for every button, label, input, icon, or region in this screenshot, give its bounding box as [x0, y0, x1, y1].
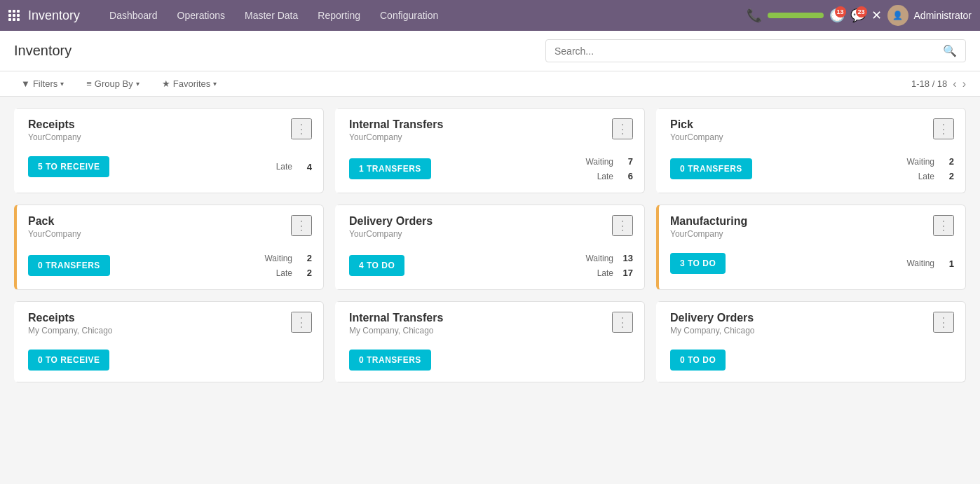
- stat-value: 6: [619, 171, 633, 181]
- filters-button[interactable]: ▼ Filters ▾: [14, 76, 71, 92]
- favorites-label: Favorites: [173, 78, 210, 89]
- card-menu-button[interactable]: ⋮: [291, 312, 312, 333]
- nav-dashboard[interactable]: Dashboard: [101, 6, 166, 25]
- stat-label: Late: [276, 162, 292, 172]
- card-card-manufacturing-1: Manufacturing YourCompany ⋮ 3 TO DO Wait…: [656, 205, 966, 290]
- card-title: Manufacturing: [670, 215, 747, 228]
- stat-label: Late: [597, 268, 613, 278]
- card-info: Manufacturing YourCompany: [670, 215, 747, 239]
- card-title: Pick: [670, 118, 723, 131]
- stat-row: Waiting 2: [906, 156, 954, 167]
- card-subtitle: YourCompany: [349, 132, 443, 142]
- pagination-info: 1-18 / 18 ‹ ›: [911, 78, 966, 90]
- card-header: Manufacturing YourCompany ⋮: [659, 205, 965, 246]
- card-action-button[interactable]: 0 TO RECEIVE: [28, 350, 109, 371]
- card-stats: Waiting 2 Late 2: [906, 156, 954, 181]
- search-bar[interactable]: 🔍: [545, 39, 966, 62]
- card-info: Receipts My Company, Chicago: [28, 312, 113, 336]
- stat-row: Waiting 1: [906, 258, 954, 269]
- card-action-button[interactable]: 0 TO DO: [670, 350, 726, 371]
- card-action-button[interactable]: 3 TO DO: [670, 253, 726, 274]
- stat-label: Waiting: [906, 157, 934, 167]
- prev-page-button[interactable]: ‹: [953, 78, 956, 90]
- app-title: Inventory: [28, 8, 80, 23]
- card-body: 0 TO RECEIVE: [17, 343, 323, 382]
- chat-icon-wrapper[interactable]: 💬 23: [850, 8, 866, 23]
- top-nav: Inventory Dashboard Operations Master Da…: [0, 0, 980, 31]
- card-body: 0 TRANSFERS Waiting 2 Late 2: [17, 246, 323, 289]
- card-card-internal-transfers-1: Internal Transfers YourCompany ⋮ 1 TRANS…: [335, 108, 645, 193]
- group-by-label: Group By: [95, 78, 133, 89]
- favorites-chevron: ▾: [213, 80, 217, 88]
- card-header: Delivery Orders YourCompany ⋮: [338, 205, 644, 246]
- card-action-button[interactable]: 4 TO DO: [349, 255, 404, 276]
- next-page-button[interactable]: ›: [962, 78, 966, 90]
- card-action-button[interactable]: 0 TRANSFERS: [28, 255, 110, 276]
- card-menu-button[interactable]: ⋮: [612, 312, 633, 333]
- card-card-receipts-1: Receipts YourCompany ⋮ 5 TO RECEIVE Late…: [14, 108, 324, 193]
- stat-label: Waiting: [585, 254, 613, 263]
- stat-label: Late: [918, 172, 934, 181]
- card-menu-button[interactable]: ⋮: [612, 215, 633, 236]
- nav-configuration[interactable]: Configuration: [372, 6, 447, 25]
- group-by-chevron: ▾: [136, 80, 139, 88]
- card-body: 3 TO DO Waiting 1: [659, 246, 965, 285]
- grid-menu-icon[interactable]: [8, 10, 20, 21]
- pagination-text: 1-18 / 18: [911, 78, 947, 89]
- nav-operations[interactable]: Operations: [169, 6, 233, 25]
- card-info: Delivery Orders YourCompany: [349, 215, 433, 239]
- card-body: 0 TRANSFERS: [338, 343, 644, 382]
- card-action-button[interactable]: 1 TRANSFERS: [349, 158, 431, 179]
- card-info: Receipts YourCompany: [28, 118, 81, 142]
- phone-icon[interactable]: 📞: [747, 8, 762, 23]
- nav-reporting[interactable]: Reporting: [309, 6, 369, 25]
- card-header: Internal Transfers YourCompany ⋮: [338, 109, 644, 149]
- stat-label: Late: [597, 172, 613, 181]
- card-action-button[interactable]: 5 TO RECEIVE: [28, 156, 109, 177]
- card-title: Internal Transfers: [349, 118, 443, 131]
- stat-row: Late 17: [585, 268, 633, 278]
- search-icon: 🔍: [943, 44, 957, 57]
- stat-row: Waiting 2: [264, 253, 312, 263]
- sub-header: Inventory 🔍: [0, 31, 980, 71]
- card-header: Internal Transfers My Company, Chicago ⋮: [338, 302, 644, 343]
- card-body: 5 TO RECEIVE Late 4: [17, 149, 323, 188]
- card-header: Delivery Orders My Company, Chicago ⋮: [659, 302, 965, 343]
- card-card-pick-1: Pick YourCompany ⋮ 0 TRANSFERS Waiting 2…: [656, 108, 966, 193]
- card-header: Receipts My Company, Chicago ⋮: [17, 302, 323, 343]
- stat-label: Waiting: [264, 254, 292, 263]
- nav-master-data[interactable]: Master Data: [236, 6, 306, 25]
- card-subtitle: My Company, Chicago: [670, 326, 755, 336]
- card-body: 0 TO DO: [659, 343, 965, 382]
- card-stats: Waiting 2 Late 2: [264, 253, 312, 278]
- stat-value: 2: [298, 268, 312, 278]
- card-subtitle: YourCompany: [349, 229, 433, 239]
- stat-label: Waiting: [585, 157, 613, 167]
- card-menu-button[interactable]: ⋮: [933, 215, 954, 236]
- card-card-delivery-orders-1: Delivery Orders YourCompany ⋮ 4 TO DO Wa…: [335, 205, 645, 290]
- card-title: Delivery Orders: [349, 215, 433, 228]
- group-by-button[interactable]: ≡ Group By ▾: [79, 76, 147, 92]
- card-menu-button[interactable]: ⋮: [933, 118, 954, 139]
- favorites-button[interactable]: ★ Favorites ▾: [155, 76, 224, 92]
- card-title: Receipts: [28, 312, 113, 324]
- card-subtitle: YourCompany: [670, 229, 747, 239]
- filter-toolbar: ▼ Filters ▾ ≡ Group By ▾ ★ Favorites ▾ 1…: [0, 71, 980, 97]
- activity-icon-wrapper[interactable]: 🕐 13: [829, 8, 845, 23]
- card-menu-button[interactable]: ⋮: [612, 118, 633, 139]
- card-menu-button[interactable]: ⋮: [933, 312, 954, 333]
- star-icon: ★: [162, 78, 170, 89]
- main-content: Receipts YourCompany ⋮ 5 TO RECEIVE Late…: [0, 97, 980, 394]
- card-action-button[interactable]: 0 TRANSFERS: [349, 350, 431, 371]
- stat-row: Waiting 13: [585, 253, 633, 263]
- search-input[interactable]: [554, 46, 943, 57]
- user-name[interactable]: Administrator: [914, 10, 972, 21]
- cards-grid: Receipts YourCompany ⋮ 5 TO RECEIVE Late…: [14, 108, 966, 382]
- card-menu-button[interactable]: ⋮: [291, 215, 312, 236]
- close-icon[interactable]: ✕: [871, 8, 882, 23]
- card-card-receipts-2: Receipts My Company, Chicago ⋮ 0 TO RECE…: [14, 301, 324, 382]
- stat-value: 2: [298, 253, 312, 263]
- card-action-button[interactable]: 0 TRANSFERS: [670, 158, 752, 179]
- card-body: 4 TO DO Waiting 13 Late 17: [338, 246, 644, 289]
- card-menu-button[interactable]: ⋮: [291, 118, 312, 139]
